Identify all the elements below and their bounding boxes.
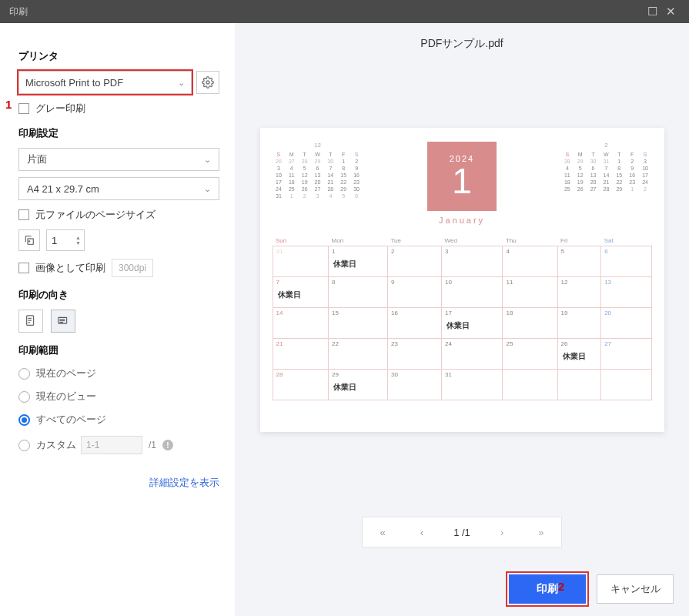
maximize-button[interactable]: ☐ (643, 5, 661, 18)
range-current-view[interactable]: 現在のビュー (18, 390, 219, 403)
range-custom[interactable]: カスタム 1-1 /1 ! (18, 436, 219, 454)
print-button[interactable]: 印刷 (509, 574, 586, 604)
document-title: PDFサンプル.pdf (420, 37, 503, 51)
copies-up[interactable]: ▲ (75, 235, 81, 240)
gear-icon (202, 76, 214, 89)
paper-size-value: A4 21 x 29.7 cm (27, 183, 99, 195)
orientation-portrait-button[interactable] (18, 310, 43, 333)
annotation-2: 2 (558, 580, 564, 593)
mini-calendar-next: 2 SMTWTFS 28293031123 45678910 111213141… (560, 142, 651, 192)
range-custom-input[interactable]: 1-1 (81, 436, 142, 454)
window-title: 印刷 (9, 5, 28, 18)
printer-select-value: Microsoft Print to PDF (25, 77, 123, 89)
titlebar: 印刷 ☐ ✕ (0, 0, 689, 23)
preview-pane: PDFサンプル.pdf 12 SMTWTFS 262728293012 3456… (235, 23, 689, 616)
original-page-size-checkbox[interactable] (18, 209, 29, 220)
calendar-grid: SunMonTueWedThuFriSat 31 1休業日 2345 6 7休業… (273, 236, 652, 400)
cancel-button[interactable]: キャンセル (597, 574, 674, 604)
copies-icon (18, 229, 40, 251)
range-current-view-label: 現在のビュー (36, 390, 96, 403)
dpi-select[interactable]: 300dpi (112, 259, 153, 277)
page-preview: 12 SMTWTFS 262728293012 3456789 10111213… (260, 128, 664, 432)
close-button[interactable]: ✕ (661, 5, 680, 18)
duplex-select[interactable]: 片面 ⌄ (18, 148, 219, 171)
pager-first[interactable]: « (376, 527, 390, 538)
month-header: 2024 1 January (386, 142, 538, 225)
orientation-heading: 印刷の向き (18, 288, 219, 302)
dialog-footer: 2 印刷 キャンセル (235, 562, 689, 616)
original-page-size-label: 元ファイルのページサイズ (35, 208, 156, 222)
orientation-landscape-button[interactable] (51, 310, 75, 333)
pager-last[interactable]: » (533, 527, 548, 538)
pager-prev[interactable]: ‹ (416, 527, 428, 538)
printer-select[interactable]: Microsoft Print to PDF ⌄ (18, 71, 192, 94)
svg-point-0 (206, 81, 209, 84)
annotation-1: 1 (5, 98, 12, 111)
print-as-image-checkbox[interactable] (18, 263, 29, 273)
page-navigator: « ‹ 1 /1 › » (362, 517, 562, 547)
print-settings-heading: 印刷設定 (18, 126, 219, 140)
printer-settings-button[interactable] (196, 71, 219, 94)
grayscale-label: グレー印刷 (35, 102, 85, 116)
copies-down[interactable]: ▼ (75, 240, 81, 246)
printer-heading: プリンタ (18, 49, 219, 63)
chevron-down-icon: ⌄ (178, 78, 185, 88)
range-all-pages[interactable]: すべてのページ (18, 413, 219, 427)
chevron-down-icon: ⌄ (204, 155, 211, 165)
info-icon: ! (162, 440, 173, 450)
print-settings-sidebar: 1 プリンタ Microsoft Print to PDF ⌄ グレー印刷 印刷… (0, 23, 235, 616)
mini-calendar-prev: 12 SMTWTFS 262728293012 3456789 10111213… (273, 142, 363, 199)
range-current-page-label: 現在のページ (36, 367, 96, 380)
duplex-value: 片面 (27, 152, 47, 166)
range-all-pages-label: すべてのページ (36, 413, 106, 427)
print-as-image-label: 画像として印刷 (35, 261, 105, 275)
range-custom-label: カスタム (36, 438, 76, 452)
pager-label: 1 /1 (453, 527, 470, 538)
copies-value: 1 (52, 235, 57, 246)
grayscale-checkbox[interactable] (18, 103, 29, 114)
range-heading: 印刷範囲 (18, 343, 219, 357)
pager-next[interactable]: › (496, 527, 508, 538)
range-custom-total: /1 (149, 440, 156, 450)
paper-size-select[interactable]: A4 21 x 29.7 cm ⌄ (18, 177, 219, 200)
advanced-settings-link[interactable]: 詳細設定を表示 (18, 476, 219, 490)
range-current-page[interactable]: 現在のページ (18, 367, 219, 380)
chevron-down-icon: ⌄ (204, 184, 211, 194)
copies-input[interactable]: 1 ▲▼ (46, 229, 85, 251)
